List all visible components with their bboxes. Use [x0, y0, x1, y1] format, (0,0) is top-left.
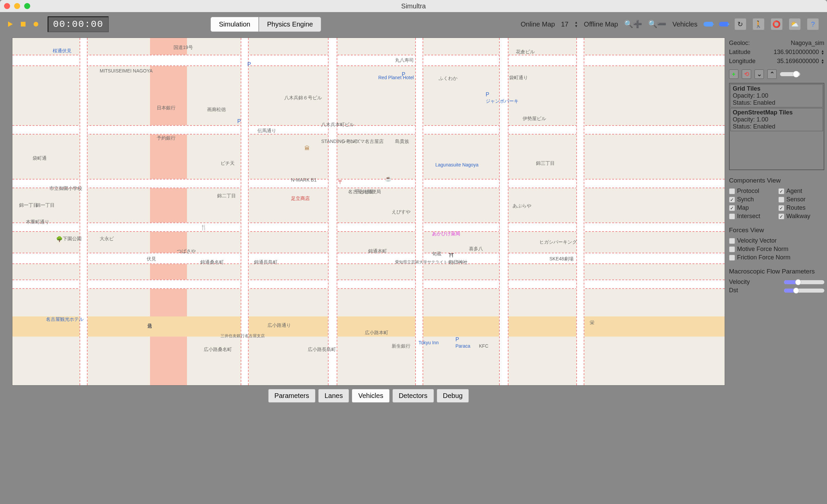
checkbox[interactable]	[729, 205, 735, 211]
map-label: 伝馬通り	[257, 128, 276, 134]
parking-icon: P	[247, 61, 251, 67]
layer-entry-osm[interactable]: OpenStreetMap Tiles Opacity: 1.00 Status…	[730, 108, 823, 131]
component-check-map[interactable]: Map	[729, 204, 775, 211]
shrine-icon: ⛩	[449, 253, 454, 259]
components-view-title: Components View	[729, 177, 824, 184]
map-label: 八木兵錦６号ビル	[284, 95, 322, 101]
map-label: 錦一丁目	[19, 202, 38, 208]
map-label: あかひげ薬局	[432, 231, 460, 237]
longitude-stepper[interactable]: ▲▼	[821, 59, 824, 64]
checkbox[interactable]	[778, 205, 784, 211]
macro-dst: Dst	[729, 287, 824, 294]
map-label: ふくわか	[439, 75, 457, 82]
cafe-icon: ☕	[385, 175, 392, 182]
component-check-intersect[interactable]: Intersect	[729, 213, 775, 220]
layer-down-button[interactable]: ⌄	[755, 69, 764, 79]
map-label: 大永ビ	[100, 236, 114, 242]
tab-simulation[interactable]: Simulation	[210, 17, 258, 32]
latitude-label: Latitude	[729, 49, 750, 56]
map-label: 名古屋観光ホテル	[46, 316, 84, 322]
map-label: 錦通長島町	[254, 259, 278, 265]
map-label: 画廊松徳	[207, 107, 226, 113]
checkbox[interactable]	[778, 197, 784, 203]
layer-opacity-slider[interactable]	[780, 72, 800, 76]
layer-up-button[interactable]: ⌃	[767, 69, 777, 79]
remove-layer-button[interactable]: ⟲	[742, 69, 751, 79]
map-label: ジャンボパーキ	[486, 98, 519, 104]
add-layer-button[interactable]: +	[729, 69, 738, 79]
map-label: 栄	[590, 320, 594, 326]
record-button[interactable]	[34, 22, 38, 27]
map-label: 伏見	[147, 256, 156, 262]
checkbox[interactable]	[729, 213, 735, 219]
tab-lanes[interactable]: Lanes	[318, 389, 349, 403]
map-label: 足立商店	[291, 196, 310, 202]
vehicle-type-2-icon[interactable]	[719, 22, 728, 27]
map-label: 錦二丁目	[217, 193, 236, 199]
slider-dst[interactable]	[784, 289, 824, 293]
force-check-velocity-vector[interactable]: Velocity Vector	[729, 237, 824, 244]
checkbox[interactable]	[729, 246, 735, 252]
help-icon[interactable]: ?	[807, 18, 819, 30]
component-check-sensor[interactable]: Sensor	[778, 196, 824, 203]
map-label: 伊勢屋ビル	[523, 116, 546, 122]
map-label: 国道19号	[174, 45, 193, 51]
vehicles-label: Vehicles	[672, 20, 697, 28]
checkbox[interactable]	[729, 255, 735, 261]
longitude-value: 35.1696000000	[777, 58, 819, 65]
parking-icon: P	[455, 337, 459, 343]
checkbox[interactable]	[778, 213, 784, 219]
map-label: 広小路通り	[267, 322, 291, 329]
zoom-out-icon[interactable]: 🔍➖	[648, 20, 666, 29]
map-label: 日本銀行	[157, 105, 176, 111]
window-close-button[interactable]	[4, 3, 10, 9]
map-label: 旬蔵	[432, 251, 441, 257]
stop-button[interactable]	[21, 22, 26, 27]
checkbox[interactable]	[778, 188, 784, 194]
vehicle-type-1-icon[interactable]	[703, 22, 713, 27]
component-check-protocol[interactable]: Protocol	[729, 188, 775, 195]
tab-debug[interactable]: Debug	[437, 389, 469, 403]
titlebar: Simultra	[0, 0, 827, 12]
slider-velocity[interactable]	[784, 280, 824, 284]
parking-icon: P	[402, 71, 405, 78]
toolbar: 00:00:00 Simulation Physics Engine Onlin…	[0, 12, 827, 36]
weather-icon[interactable]: ⛅	[789, 18, 801, 30]
map-label: 錦一丁目	[36, 202, 55, 208]
play-button[interactable]	[8, 21, 13, 27]
map-label: KFC	[479, 343, 488, 349]
macro-velocity: Velocity	[729, 279, 824, 286]
component-check-agent[interactable]: Agent	[778, 188, 824, 195]
tab-parameters[interactable]: Parameters	[268, 389, 315, 403]
pedestrian-icon[interactable]: 🚶	[752, 18, 765, 30]
latitude-stepper[interactable]: ▲▼	[821, 50, 824, 55]
timer-display: 00:00:00	[48, 16, 109, 32]
layer-entry-grid[interactable]: Grid Tiles Opacity: 1.00 Status: Enabled	[730, 84, 823, 107]
component-check-routes[interactable]: Routes	[778, 204, 824, 211]
checkbox[interactable]	[729, 238, 735, 244]
geoloc-label: Geoloc:	[729, 40, 750, 47]
map-label: 千とせ屋	[355, 189, 374, 195]
component-check-synch[interactable]: Synch	[729, 196, 775, 203]
window-minimize-button[interactable]	[14, 3, 20, 9]
checkbox[interactable]	[729, 197, 735, 203]
force-check-friction-force-norm[interactable]: Friction Force Norm	[729, 254, 824, 261]
online-map-stepper[interactable]: ▲▼	[575, 20, 578, 28]
map-label: 錦通本町	[368, 248, 387, 254]
map-label: ビチ天	[221, 160, 235, 166]
longitude-label: Longitude	[729, 58, 756, 65]
restaurant-icon: 🍴	[200, 224, 207, 231]
layers-list[interactable]: Grid Tiles Opacity: 1.00 Status: Enabled…	[729, 83, 824, 170]
tab-physics-engine[interactable]: Physics Engine	[259, 17, 322, 32]
force-check-motive-force-norm[interactable]: Motive Force Norm	[729, 246, 824, 253]
tab-vehicles[interactable]: Vehicles	[352, 389, 390, 403]
window-maximize-button[interactable]	[24, 3, 30, 9]
rotate-icon[interactable]: ↻	[734, 18, 746, 30]
checkbox[interactable]	[729, 188, 735, 194]
main-tabs: Simulation Physics Engine	[210, 17, 321, 32]
component-check-walkway[interactable]: Walkway	[778, 213, 824, 220]
map-canvas[interactable]: 桜通伏見 国道19号 Red Planet Hotel ジャンボパーキ Lagu…	[12, 38, 725, 386]
tab-detectors[interactable]: Detectors	[392, 389, 434, 403]
loop-icon[interactable]: ⭕	[771, 18, 783, 30]
zoom-in-icon[interactable]: 🔍➕	[624, 20, 642, 29]
